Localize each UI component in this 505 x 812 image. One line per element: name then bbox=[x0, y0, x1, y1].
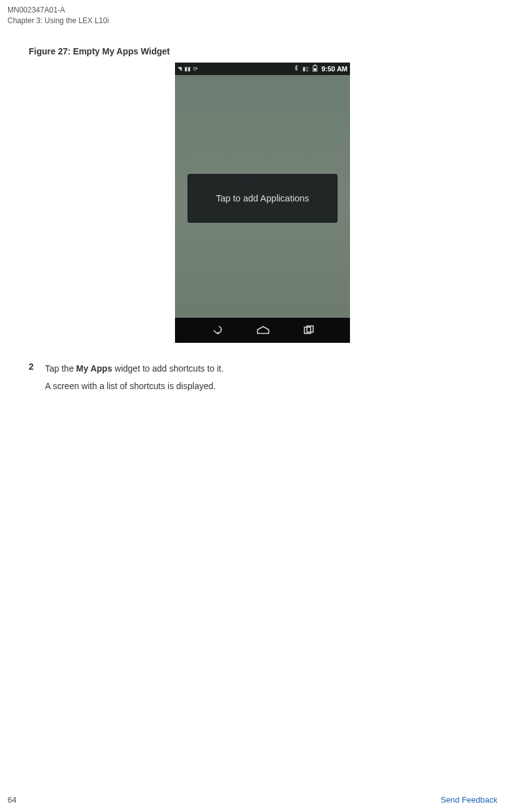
step-text: widget to add shortcuts to it. bbox=[112, 363, 224, 373]
page-header: MN002347A01-A Chapter 3: Using the LEX L… bbox=[0, 0, 505, 29]
chapter-title: Chapter 3: Using the LEX L10i bbox=[8, 16, 505, 26]
navigation-bar bbox=[175, 318, 350, 343]
procedure-step: 2 Tap the My Apps widget to add shortcut… bbox=[29, 362, 505, 393]
step-line-2: A screen with a list of shortcuts is dis… bbox=[45, 379, 224, 393]
recent-apps-icon[interactable] bbox=[302, 325, 315, 335]
svg-rect-2 bbox=[314, 68, 316, 71]
status-icon: ▮▮ bbox=[184, 66, 191, 72]
step-text-bold: My Apps bbox=[76, 363, 112, 373]
page-footer: 64 Send Feedback bbox=[8, 795, 498, 804]
step-body: Tap the My Apps widget to add shortcuts … bbox=[45, 362, 224, 393]
my-apps-widget[interactable]: Tap to add Applications bbox=[188, 174, 338, 223]
step-number: 2 bbox=[29, 362, 45, 372]
device-screenshot: ◥ ▮▮ ⟳ ▮▯ 9:50 AM Tap to add Application… bbox=[175, 63, 350, 343]
signal-icon: ▮▯ bbox=[302, 66, 309, 72]
step-line-1: Tap the My Apps widget to add shortcuts … bbox=[45, 362, 224, 375]
battery-icon bbox=[312, 64, 318, 73]
document-id: MN002347A01-A bbox=[8, 5, 505, 16]
step-text: Tap the bbox=[45, 363, 76, 373]
svg-rect-1 bbox=[314, 64, 316, 66]
send-feedback-link[interactable]: Send Feedback bbox=[441, 795, 498, 804]
back-icon[interactable] bbox=[210, 325, 224, 335]
status-icon: ◥ bbox=[178, 66, 182, 72]
figure-caption: Figure 27: Empty My Apps Widget bbox=[29, 46, 505, 56]
page-number: 64 bbox=[8, 795, 16, 804]
clock-text: 9:50 AM bbox=[321, 65, 348, 73]
home-icon[interactable] bbox=[256, 325, 271, 335]
widget-placeholder-text: Tap to add Applications bbox=[216, 193, 309, 203]
sync-icon: ⟳ bbox=[193, 66, 198, 72]
page-content: Figure 27: Empty My Apps Widget ◥ ▮▮ ⟳ ▮… bbox=[0, 29, 505, 393]
bluetooth-icon bbox=[294, 64, 299, 73]
status-bar: ◥ ▮▮ ⟳ ▮▯ 9:50 AM bbox=[175, 63, 350, 75]
